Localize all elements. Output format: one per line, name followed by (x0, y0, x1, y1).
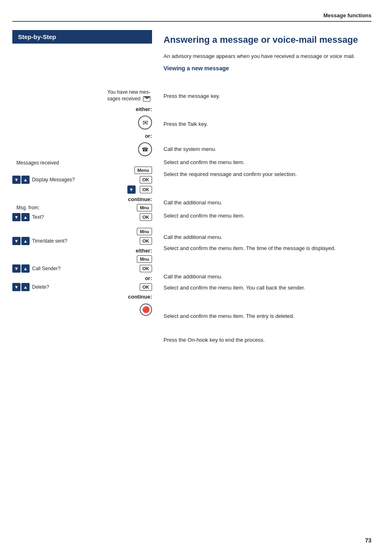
right-spacer-2 (164, 106, 371, 115)
call-additional-menu-2-text: Call the additional menu. (164, 234, 222, 240)
ok-button-6[interactable]: OK (140, 283, 152, 291)
select-confirm-timedate-row: Select and confirm the menu item. The ti… (164, 244, 371, 261)
call-additional-menu-3-text: Call the additional menu. (164, 273, 222, 280)
display-messages-label: Display Messages? (32, 177, 140, 183)
select-message-text: Select the required message and confirm … (164, 171, 297, 177)
select-confirm-2-text: Select and confirm the menu item. (164, 213, 244, 219)
either-keyword: either: (12, 106, 152, 112)
message-key-row: ✉ (12, 114, 152, 131)
spacer-2 (12, 223, 152, 228)
mnu-button-3[interactable]: Mnu (137, 255, 152, 263)
select-confirm-delete-text: Select and confirm the menu item. The en… (164, 313, 294, 319)
arrow-up-4[interactable]: ▲ (21, 237, 30, 245)
select-confirm-1-row: Select and confirm the menu item. (164, 156, 371, 168)
arrow-up-5[interactable]: ▲ (21, 264, 30, 273)
mnu-button-2[interactable]: Mnu (137, 228, 152, 235)
ok-button-4[interactable]: OK (140, 237, 152, 245)
ok-button-1[interactable]: OK (140, 176, 152, 183)
arrow-down-2[interactable]: ▼ (127, 185, 136, 194)
arrow-down-6[interactable]: ▼ (12, 283, 21, 291)
main-layout: Step-by-Step You have new mes-sages rece… (12, 30, 371, 350)
new-messages-text: You have new mes-sages received (107, 89, 150, 102)
arrow-down-5[interactable]: ▼ (12, 264, 21, 273)
continue-label-row: continue: (12, 196, 152, 202)
right-spacer-6 (164, 262, 371, 271)
press-onhook-text: Press the On-hook key to end the process… (164, 337, 265, 343)
mnu-btn3-row: Mnu (12, 255, 152, 263)
msg-from-label: Msg. from: (12, 205, 137, 211)
press-message-key-row: Press the message key. (164, 87, 371, 104)
right-spacer-4 (164, 188, 371, 197)
left-column: Step-by-Step You have new mes-sages rece… (12, 30, 152, 350)
page-header: Message functions (12, 12, 371, 22)
step-by-step-header: Step-by-Step (12, 30, 152, 44)
arrow-up-6[interactable]: ▲ (21, 283, 30, 291)
press-onhook-row: Press the On-hook key to end the process… (164, 331, 371, 348)
talk-key-icon[interactable]: ☎ (138, 142, 152, 156)
nav-arrows-5: ▼ ▲ (12, 264, 30, 273)
call-sender-row: ▼ ▲ Call Sender? OK (12, 264, 152, 273)
display-messages-row: ▼ ▲ Display Messages? OK (12, 176, 152, 184)
page: Message functions Step-by-Step You have … (0, 0, 392, 556)
ok-button-2[interactable]: OK (140, 186, 152, 193)
call-system-menu-row: Call the system menu. (164, 143, 371, 155)
select-confirm-2-row: Select and confirm the menu item. (164, 210, 371, 221)
main-description: An advisory message appears when you hav… (164, 52, 371, 60)
or-label2-row: or: (12, 275, 152, 281)
select-confirm-timedate-text: Select and confirm the menu item. The ti… (164, 245, 336, 251)
ok-button-5[interactable]: OK (140, 265, 152, 272)
press-message-key-text: Press the message key. (164, 93, 220, 99)
time-date-row: ▼ ▲ Time/date sent? OK (12, 237, 152, 245)
nav-arrows-1: ▼ ▲ (12, 176, 30, 184)
new-messages-row: You have new mes-sages received (12, 88, 152, 104)
left-spacer (12, 44, 152, 88)
mnu-btn2-row: Mnu (12, 228, 152, 235)
arrow-down-4[interactable]: ▼ (12, 237, 21, 245)
mnu-button-1[interactable]: Mnu (137, 204, 152, 211)
section-viewing-title: Viewing a new message (164, 65, 371, 72)
either-label-row: either: (12, 106, 152, 112)
arrow-down-1[interactable]: ▼ (12, 176, 21, 184)
arrow-up-1[interactable]: ▲ (21, 176, 30, 184)
onhook-icon[interactable]: 🔴 (140, 303, 152, 316)
right-column: Answering a message or voice-mail messag… (152, 30, 371, 350)
delete-row: ▼ ▲ Delete? OK (12, 283, 152, 291)
call-additional-menu-1-text: Call the additional menu. (164, 199, 222, 206)
right-spacer-3 (164, 134, 371, 143)
select-confirm-callsender-text: Select and confirm the menu item. You ca… (164, 285, 305, 291)
call-additional-menu-1-row: Call the additional menu. (164, 197, 371, 208)
right-spacer-8 (164, 323, 371, 331)
select-message-row: ▼ OK (12, 185, 152, 194)
right-spacer-5 (164, 223, 371, 231)
select-message-row-right: Select the required message and confirm … (164, 169, 371, 186)
nav-arrows-6: ▼ ▲ (12, 283, 30, 291)
text-row: ▼ ▲ Text? OK (12, 213, 152, 221)
message-key-icon[interactable]: ✉ (138, 116, 152, 130)
talk-key-row: ☎ (12, 141, 152, 158)
select-confirm-delete-row: Select and confirm the menu item. The en… (164, 310, 371, 322)
messages-received-label: Messages received (12, 160, 152, 166)
menu-button[interactable]: Menu (134, 167, 152, 174)
or-keyword-2: or: (12, 275, 152, 281)
or-label-row: or: (12, 133, 152, 139)
or-keyword: or: (12, 133, 152, 139)
call-additional-menu-2-row: Call the additional menu. (164, 231, 371, 243)
time-date-label: Time/date sent? (32, 238, 140, 244)
select-confirm-1-text: Select and confirm the menu item. (164, 159, 244, 165)
continue-keyword-2: continue: (12, 294, 152, 300)
header-title: Message functions (323, 12, 371, 19)
page-number: 73 (365, 537, 371, 544)
call-additional-menu-3-row: Call the additional menu. (164, 271, 371, 282)
ok-button-3[interactable]: OK (140, 213, 152, 221)
arrow-down-3[interactable]: ▼ (12, 213, 21, 221)
nav-arrows-2: ▼ (127, 185, 136, 194)
right-spacer-7 (164, 302, 371, 310)
menu-btn-row: Menu (12, 167, 152, 174)
press-talk-key-row: Press the Talk key. (164, 115, 371, 132)
either-keyword-2: either: (12, 248, 152, 254)
select-confirm-callsender-row: Select and confirm the menu item. You ca… (164, 284, 371, 300)
nav-arrows-3: ▼ ▲ (12, 213, 30, 221)
nav-arrows-4: ▼ ▲ (12, 237, 30, 245)
arrow-up-3[interactable]: ▲ (21, 213, 30, 221)
text-label: Text? (32, 214, 140, 220)
